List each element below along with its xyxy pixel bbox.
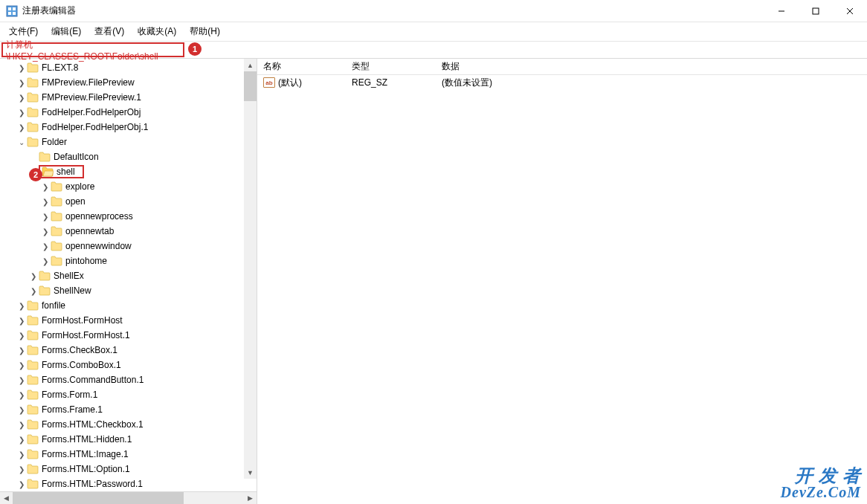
- expander-icon[interactable]: ❯: [16, 345, 27, 355]
- expander-icon[interactable]: ❯: [40, 256, 51, 266]
- column-name[interactable]: 名称: [257, 59, 346, 74]
- tree-item[interactable]: ❯Forms.HTML:Option.1: [0, 462, 244, 476]
- column-type[interactable]: 类型: [346, 59, 436, 74]
- tree-item[interactable]: ❯Forms.HTML:Password.1: [0, 476, 244, 491]
- addressbar-row: 计算机\HKEY_CLASSES_ROOT\Folder\shell 1: [0, 42, 867, 58]
- expander-icon[interactable]: ❯: [16, 375, 27, 385]
- watermark-line2: DevZe.CoM: [781, 485, 861, 500]
- registry-tree[interactable]: ❯FL.EXT.8❯FMPreview.FilePreview❯FMPrevie…: [0, 60, 244, 491]
- expander-icon[interactable]: ❯: [16, 315, 27, 326]
- tree-item[interactable]: ❯pintohome: [0, 253, 244, 268]
- tree-item-label: ShellEx: [54, 271, 84, 281]
- expander-icon[interactable]: ❯: [16, 122, 27, 132]
- expander-icon[interactable]: ❯: [16, 77, 27, 88]
- expander-icon[interactable]: ❯: [40, 196, 51, 207]
- column-data[interactable]: 数据: [436, 59, 867, 74]
- watermark: 开 发 者 DevZe.CoM: [781, 467, 861, 500]
- expander-icon[interactable]: ❯: [40, 241, 51, 251]
- expander-icon[interactable]: ❯: [16, 62, 27, 73]
- address-bar[interactable]: 计算机\HKEY_CLASSES_ROOT\Folder\shell: [1, 42, 184, 57]
- maximize-button[interactable]: [799, 0, 833, 22]
- expander-icon[interactable]: ❯: [16, 107, 27, 117]
- folder-icon: [27, 314, 39, 326]
- folder-icon: [51, 240, 62, 252]
- expander-icon[interactable]: ⌄: [16, 137, 27, 147]
- expander-icon[interactable]: ❯: [16, 419, 27, 430]
- tree-item[interactable]: ❯FL.EXT.8: [0, 60, 244, 75]
- tree-item[interactable]: ❯opennewwindow: [0, 239, 244, 253]
- main-content: ❯FL.EXT.8❯FMPreview.FilePreview❯FMPrevie…: [0, 58, 867, 504]
- folder-icon: [27, 344, 39, 356]
- expander-icon[interactable]: ❯: [16, 92, 27, 103]
- folder-icon: [27, 389, 39, 401]
- expander-icon[interactable]: ❯: [16, 404, 27, 415]
- expander-icon[interactable]: ❯: [28, 285, 39, 296]
- expander-icon[interactable]: ❯: [16, 330, 27, 340]
- scroll-down-icon[interactable]: ▼: [244, 466, 257, 479]
- tree-item-label: Forms.HTML:Option.1: [42, 464, 130, 474]
- expander-icon[interactable]: ❯: [16, 434, 27, 445]
- tree-item[interactable]: ❯opennewtab: [0, 224, 244, 239]
- tree-item[interactable]: ❯Forms.HTML:Image.1: [0, 447, 244, 462]
- scroll-thumb[interactable]: [244, 71, 257, 101]
- tree-item[interactable]: ❯ShellEx: [0, 268, 244, 283]
- tree-item[interactable]: ❯FodHelper.FodHelperObj.1: [0, 120, 244, 135]
- expander-icon[interactable]: ❯: [16, 479, 27, 489]
- tree-item[interactable]: DefaultIcon: [0, 149, 244, 164]
- tree-item[interactable]: ❯FMPreview.FilePreview.1: [0, 90, 244, 105]
- svg-rect-1: [8, 7, 11, 10]
- folder-icon: [27, 478, 39, 490]
- tree-item[interactable]: ❯Forms.Form.1: [0, 387, 244, 402]
- folder-icon: [51, 210, 62, 222]
- tree-item[interactable]: ⌄Folder: [0, 135, 244, 149]
- tree-item[interactable]: ❯FormHost.FormHost: [0, 313, 244, 328]
- close-button[interactable]: [833, 0, 867, 22]
- minimize-button[interactable]: [764, 0, 799, 22]
- value-name: (默认): [278, 77, 302, 89]
- expander-icon[interactable]: ❯: [28, 271, 39, 281]
- tree-item[interactable]: ❯explore: [0, 179, 244, 194]
- tree-item[interactable]: ❯FormHost.FormHost.1: [0, 328, 244, 343]
- scroll-left-icon[interactable]: ◀: [0, 492, 13, 505]
- folder-icon: [27, 433, 39, 445]
- titlebar: 注册表编辑器: [0, 0, 867, 22]
- window-title: 注册表编辑器: [22, 4, 76, 17]
- tree-item[interactable]: ❯ShellNew: [0, 283, 244, 298]
- folder-icon: [39, 285, 51, 297]
- expander-icon[interactable]: ❯: [16, 390, 27, 400]
- tree-item-label: Forms.HTML:Password.1: [42, 479, 143, 489]
- tree-item[interactable]: ❯open: [0, 194, 244, 209]
- scroll-up-icon[interactable]: ▲: [244, 59, 257, 71]
- tree-item[interactable]: ❯Forms.Frame.1: [0, 402, 244, 417]
- expander-icon[interactable]: ❯: [16, 464, 27, 474]
- tree-item[interactable]: ❯Forms.HTML:Checkbox.1: [0, 417, 244, 432]
- menu-help[interactable]: 帮助(H): [184, 23, 226, 40]
- tree-item-label: DefaultIcon: [54, 152, 99, 162]
- scroll-thumb-h[interactable]: [13, 492, 184, 505]
- tree-vertical-scrollbar[interactable]: ▲ ▼: [244, 59, 257, 479]
- tree-item[interactable]: ❯Forms.HTML:Hidden.1: [0, 432, 244, 447]
- tree-item-label: explore: [65, 181, 94, 192]
- folder-icon: [27, 463, 39, 475]
- value-row[interactable]: ab (默认) REG_SZ (数值未设置): [257, 75, 867, 90]
- svg-rect-3: [8, 12, 11, 15]
- tree-item[interactable]: ❯fonfile: [0, 298, 244, 313]
- expander-icon[interactable]: ❯: [16, 360, 27, 370]
- tree-item[interactable]: ❯Forms.ComboBox.1: [0, 358, 244, 372]
- tree-item[interactable]: ❯Forms.CommandButton.1: [0, 372, 244, 387]
- tree-item[interactable]: ❯opennewprocess: [0, 209, 244, 224]
- values-list[interactable]: ab (默认) REG_SZ (数值未设置): [257, 75, 867, 504]
- tree-item[interactable]: ❯FMPreview.FilePreview: [0, 75, 244, 90]
- folder-icon: [51, 255, 62, 267]
- scroll-right-icon[interactable]: ▶: [244, 492, 257, 505]
- expander-icon[interactable]: ❯: [16, 300, 27, 311]
- expander-icon[interactable]: ❯: [40, 226, 51, 236]
- folder-icon: [51, 181, 62, 193]
- tree-item[interactable]: ❯Forms.CheckBox.1: [0, 343, 244, 358]
- tree-horizontal-scrollbar[interactable]: ◀ ▶: [0, 491, 257, 504]
- expander-icon[interactable]: ❯: [40, 181, 51, 192]
- tree-item[interactable]: ❯FodHelper.FodHelperObj: [0, 105, 244, 120]
- expander-icon[interactable]: ❯: [40, 211, 51, 222]
- tree-item-label: FormHost.FormHost.1: [42, 330, 130, 340]
- expander-icon[interactable]: ❯: [16, 449, 27, 459]
